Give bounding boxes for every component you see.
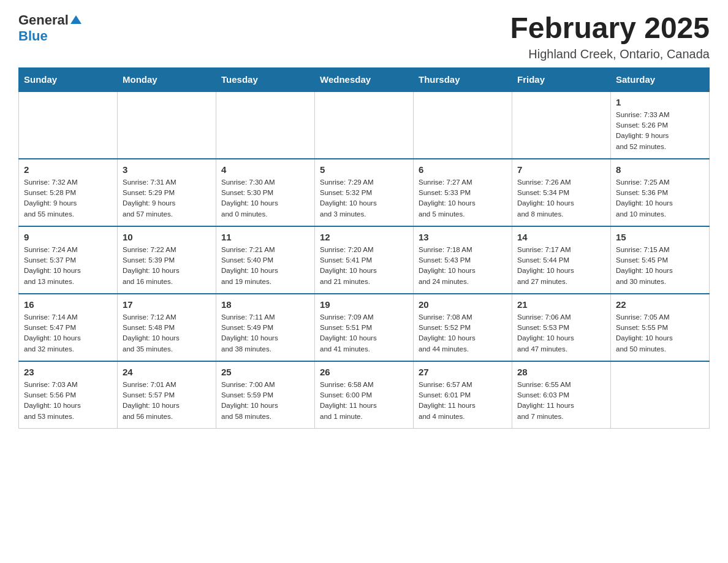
day-number: 1 [616,97,704,107]
logo-general: General [18,12,69,28]
day-number: 28 [517,367,605,377]
title-section: February 2025 Highland Creek, Ontario, C… [510,12,710,61]
calendar-cell: 2Sunrise: 7:32 AMSunset: 5:28 PMDaylight… [19,159,118,226]
calendar-cell [19,91,118,159]
weekday-header-wednesday: Wednesday [315,67,414,91]
day-number: 18 [221,299,309,310]
weekday-header-friday: Friday [512,67,611,91]
weekday-header-row: SundayMondayTuesdayWednesdayThursdayFrid… [19,67,710,91]
calendar-cell: 22Sunrise: 7:05 AMSunset: 5:55 PMDayligh… [611,294,710,361]
calendar-cell: 14Sunrise: 7:17 AMSunset: 5:44 PMDayligh… [512,226,611,294]
calendar-cell: 17Sunrise: 7:12 AMSunset: 5:48 PMDayligh… [118,294,216,361]
day-number: 20 [419,299,507,310]
calendar-cell: 25Sunrise: 7:00 AMSunset: 5:59 PMDayligh… [216,361,315,429]
day-info: Sunrise: 7:05 AMSunset: 5:55 PMDaylight:… [616,312,704,354]
day-info: Sunrise: 7:17 AMSunset: 5:44 PMDaylight:… [517,245,605,287]
day-info: Sunrise: 7:27 AMSunset: 5:33 PMDaylight:… [419,177,507,220]
day-number: 8 [616,164,704,175]
day-number: 25 [221,367,309,377]
calendar-cell: 16Sunrise: 7:14 AMSunset: 5:47 PMDayligh… [19,294,118,361]
calendar-cell: 4Sunrise: 7:30 AMSunset: 5:30 PMDaylight… [216,159,315,226]
day-info: Sunrise: 7:11 AMSunset: 5:49 PMDaylight:… [221,312,309,354]
day-info: Sunrise: 7:08 AMSunset: 5:52 PMDaylight:… [419,312,507,354]
calendar-cell: 27Sunrise: 6:57 AMSunset: 6:01 PMDayligh… [414,361,512,429]
calendar-cell: 24Sunrise: 7:01 AMSunset: 5:57 PMDayligh… [118,361,216,429]
day-info: Sunrise: 7:26 AMSunset: 5:34 PMDaylight:… [517,177,605,220]
day-info: Sunrise: 7:18 AMSunset: 5:43 PMDaylight:… [419,245,507,287]
day-info: Sunrise: 7:03 AMSunset: 5:56 PMDaylight:… [24,380,112,422]
day-number: 24 [123,367,211,377]
weekday-header-tuesday: Tuesday [216,67,315,91]
calendar-cell: 21Sunrise: 7:06 AMSunset: 5:53 PMDayligh… [512,294,611,361]
day-number: 17 [123,299,211,310]
day-info: Sunrise: 7:20 AMSunset: 5:41 PMDaylight:… [320,245,408,287]
calendar-cell [315,91,414,159]
day-info: Sunrise: 7:09 AMSunset: 5:51 PMDaylight:… [320,312,408,354]
day-number: 22 [616,299,704,310]
calendar-cell [512,91,611,159]
day-number: 21 [517,299,605,310]
day-info: Sunrise: 6:55 AMSunset: 6:03 PMDaylight:… [517,380,605,422]
day-number: 15 [616,232,704,242]
calendar-cell: 20Sunrise: 7:08 AMSunset: 5:52 PMDayligh… [414,294,512,361]
weekday-header-sunday: Sunday [19,67,118,91]
calendar-cell: 5Sunrise: 7:29 AMSunset: 5:32 PMDaylight… [315,159,414,226]
calendar-cell: 9Sunrise: 7:24 AMSunset: 5:37 PMDaylight… [19,226,118,294]
calendar-cell: 10Sunrise: 7:22 AMSunset: 5:39 PMDayligh… [118,226,216,294]
day-info: Sunrise: 7:00 AMSunset: 5:59 PMDaylight:… [221,380,309,422]
day-info: Sunrise: 7:29 AMSunset: 5:32 PMDaylight:… [320,177,408,220]
calendar-week-row: 9Sunrise: 7:24 AMSunset: 5:37 PMDaylight… [19,226,710,294]
day-number: 11 [221,232,309,242]
day-number: 13 [419,232,507,242]
day-info: Sunrise: 7:12 AMSunset: 5:48 PMDaylight:… [123,312,211,354]
day-info: Sunrise: 7:15 AMSunset: 5:45 PMDaylight:… [616,245,704,287]
day-number: 26 [320,367,408,377]
logo-blue: Blue [18,28,48,44]
calendar-cell: 26Sunrise: 6:58 AMSunset: 6:00 PMDayligh… [315,361,414,429]
day-info: Sunrise: 7:32 AMSunset: 5:28 PMDaylight:… [24,177,112,220]
calendar-week-row: 2Sunrise: 7:32 AMSunset: 5:28 PMDaylight… [19,159,710,226]
day-number: 9 [24,232,112,242]
weekday-header-saturday: Saturday [611,67,710,91]
day-info: Sunrise: 7:22 AMSunset: 5:39 PMDaylight:… [123,245,211,287]
calendar-cell [414,91,512,159]
day-info: Sunrise: 7:06 AMSunset: 5:53 PMDaylight:… [517,312,605,354]
weekday-header-monday: Monday [118,67,216,91]
day-number: 10 [123,232,211,242]
day-info: Sunrise: 7:21 AMSunset: 5:40 PMDaylight:… [221,245,309,287]
location-title: Highland Creek, Ontario, Canada [510,47,710,61]
day-number: 5 [320,164,408,175]
day-info: Sunrise: 7:14 AMSunset: 5:47 PMDaylight:… [24,312,112,354]
calendar-cell [611,361,710,429]
calendar-cell: 23Sunrise: 7:03 AMSunset: 5:56 PMDayligh… [19,361,118,429]
day-number: 6 [419,164,507,175]
weekday-header-thursday: Thursday [414,67,512,91]
calendar-week-row: 1Sunrise: 7:33 AMSunset: 5:26 PMDaylight… [19,91,710,159]
day-info: Sunrise: 6:58 AMSunset: 6:00 PMDaylight:… [320,380,408,422]
day-info: Sunrise: 7:01 AMSunset: 5:57 PMDaylight:… [123,380,211,422]
calendar-cell: 13Sunrise: 7:18 AMSunset: 5:43 PMDayligh… [414,226,512,294]
day-info: Sunrise: 7:33 AMSunset: 5:26 PMDaylight:… [616,110,704,152]
calendar-table: SundayMondayTuesdayWednesdayThursdayFrid… [18,67,710,429]
calendar-cell: 6Sunrise: 7:27 AMSunset: 5:33 PMDaylight… [414,159,512,226]
calendar-cell: 18Sunrise: 7:11 AMSunset: 5:49 PMDayligh… [216,294,315,361]
calendar-cell: 11Sunrise: 7:21 AMSunset: 5:40 PMDayligh… [216,226,315,294]
calendar-week-row: 16Sunrise: 7:14 AMSunset: 5:47 PMDayligh… [19,294,710,361]
month-title: February 2025 [510,12,710,45]
calendar-cell: 8Sunrise: 7:25 AMSunset: 5:36 PMDaylight… [611,159,710,226]
day-number: 14 [517,232,605,242]
day-info: Sunrise: 6:57 AMSunset: 6:01 PMDaylight:… [419,380,507,422]
day-number: 12 [320,232,408,242]
day-number: 3 [123,164,211,175]
calendar-cell: 1Sunrise: 7:33 AMSunset: 5:26 PMDaylight… [611,91,710,159]
logo: General Blue [18,12,82,44]
logo-triangle-icon [70,14,82,28]
day-number: 2 [24,164,112,175]
calendar-cell: 3Sunrise: 7:31 AMSunset: 5:29 PMDaylight… [118,159,216,226]
calendar-cell: 7Sunrise: 7:26 AMSunset: 5:34 PMDaylight… [512,159,611,226]
calendar-cell: 19Sunrise: 7:09 AMSunset: 5:51 PMDayligh… [315,294,414,361]
day-number: 4 [221,164,309,175]
svg-marker-0 [70,15,82,24]
day-number: 16 [24,299,112,310]
calendar-cell: 28Sunrise: 6:55 AMSunset: 6:03 PMDayligh… [512,361,611,429]
